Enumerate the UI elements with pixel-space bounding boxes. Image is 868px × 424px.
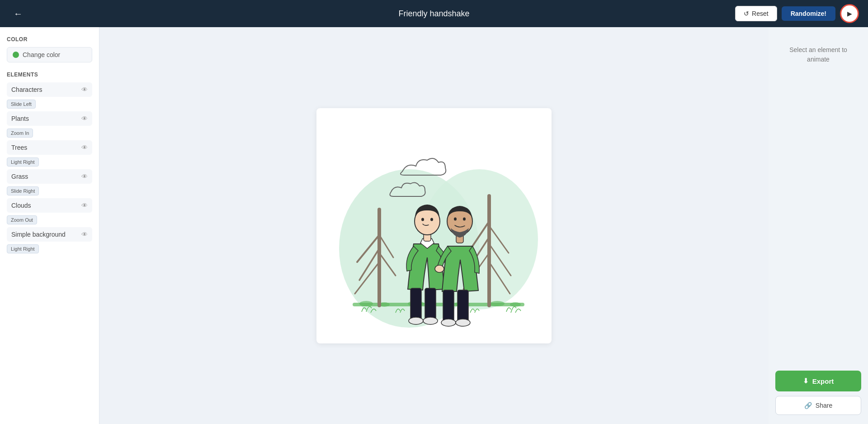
right-panel: Select an element to animate ⬇ Export 🔗 … [769,27,868,424]
illustration-svg [326,117,542,334]
svg-point-8 [510,302,521,307]
visibility-icon-background[interactable]: 👁 [81,231,88,238]
svg-point-29 [421,218,424,221]
svg-point-7 [490,301,505,306]
visibility-icon-plants[interactable]: 👁 [81,115,88,122]
elements-section-label: ELEMENTS [7,71,92,78]
elements-list: Characters 👁 Slide Left Plants 👁 Zoom In… [7,82,92,256]
tag-characters: Slide Left [7,99,92,111]
svg-point-39 [441,319,456,326]
randomize-button[interactable]: Randomize! [782,6,835,21]
svg-point-3 [359,301,373,306]
element-name-plants: Plants [11,115,29,122]
sidebar: COLOR Change color ELEMENTS Characters 👁… [0,27,99,424]
element-name-grass: Grass [11,173,28,180]
element-name-background: Simple background [11,231,66,238]
svg-rect-25 [410,288,421,320]
svg-rect-37 [443,290,454,322]
change-color-button[interactable]: Change color [7,47,92,62]
svg-point-27 [409,317,423,324]
svg-point-40 [456,319,470,326]
tag-background: Light Right [7,243,92,256]
export-icon: ⬇ [803,377,809,385]
element-row-characters[interactable]: Characters 👁 [7,82,92,97]
share-icon: 🔗 [804,402,812,409]
svg-point-30 [430,218,433,221]
element-name-clouds: Clouds [11,202,31,209]
tag-clouds: Zoom Out [7,214,92,227]
element-row-background[interactable]: Simple background 👁 [7,227,92,242]
reset-icon: ↺ [744,10,749,17]
element-row-grass[interactable]: Grass 👁 [7,169,92,184]
color-dot [13,52,19,58]
illustration-card[interactable] [316,108,552,343]
svg-point-42 [463,217,466,220]
svg-point-41 [454,217,457,220]
back-button[interactable]: ← [9,6,27,22]
tag-grass: Slide Right [7,186,92,198]
main-layout: COLOR Change color ELEMENTS Characters 👁… [0,27,868,424]
svg-rect-15 [487,194,491,307]
topbar: ← Friendly handshake ↺ Reset Randomize! … [0,0,868,27]
svg-rect-38 [458,290,468,322]
page-title: Friendly handshake [398,9,469,19]
element-row-plants[interactable]: Plants 👁 [7,111,92,126]
topbar-left: ← [9,6,27,22]
tag-trees: Light Right [7,157,92,169]
topbar-right: ↺ Reset Randomize! ▶ [735,4,859,23]
element-name-characters: Characters [11,86,42,93]
share-button[interactable]: 🔗 Share [775,396,861,415]
element-row-clouds[interactable]: Clouds 👁 [7,198,92,213]
visibility-icon-clouds[interactable]: 👁 [81,202,88,209]
svg-rect-26 [425,288,436,320]
element-row-trees[interactable]: Trees 👁 [7,140,92,155]
reset-button[interactable]: ↺ Reset [735,6,777,21]
play-icon: ▶ [847,10,852,17]
svg-point-34 [435,265,444,272]
canvas-area [99,27,769,424]
bottom-actions: ⬇ Export 🔗 Share [775,371,861,415]
export-button[interactable]: ⬇ Export [775,371,861,391]
play-button[interactable]: ▶ [840,4,859,23]
animate-hint: Select an element to animate [775,36,861,73]
color-section-label: COLOR [7,36,92,43]
svg-point-28 [423,317,438,324]
visibility-icon-trees[interactable]: 👁 [81,144,88,151]
visibility-icon-grass[interactable]: 👁 [81,173,88,180]
tag-plants: Zoom In [7,128,92,140]
svg-rect-9 [377,208,381,307]
element-name-trees: Trees [11,144,27,151]
visibility-icon-characters[interactable]: 👁 [81,86,88,93]
